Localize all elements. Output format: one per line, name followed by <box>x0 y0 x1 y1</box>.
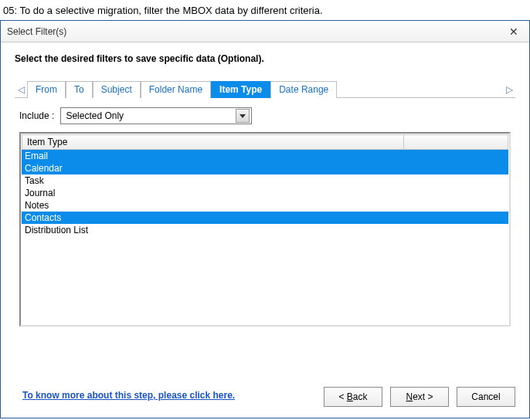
back-button[interactable]: < Back <box>324 387 382 407</box>
tab-scroll-left-icon[interactable]: ◁ <box>15 81 27 97</box>
cancel-button[interactable]: Cancel <box>457 387 515 407</box>
filter-tabs: ◁ From To Subject Folder Name Item Type … <box>15 81 515 98</box>
list-header-col-item-type[interactable]: Item Type <box>22 135 404 149</box>
tab-scroll-right-icon[interactable]: ▷ <box>503 81 515 97</box>
tab-to[interactable]: To <box>66 81 93 98</box>
titlebar: Select Filter(s) ✕ <box>1 21 529 42</box>
instruction-text: Select the desired filters to save speci… <box>15 53 515 64</box>
tab-from[interactable]: From <box>27 81 66 98</box>
include-dropdown-value: Selected Only <box>66 110 124 121</box>
close-icon[interactable]: ✕ <box>505 25 523 38</box>
list-item-email[interactable]: Email <box>22 150 508 162</box>
list-header[interactable]: Item Type <box>22 134 508 150</box>
help-link[interactable]: To know more about this step, please cli… <box>22 390 235 401</box>
include-dropdown[interactable]: Selected Only <box>60 107 252 124</box>
next-button[interactable]: Next > <box>390 387 449 407</box>
list-item-contacts[interactable]: Contacts <box>22 212 508 224</box>
item-type-list: Item Type Email Calendar Task Journal No… <box>19 132 511 327</box>
dialog-title: Select Filter(s) <box>7 26 66 37</box>
tab-folder-name[interactable]: Folder Name <box>141 81 211 98</box>
select-filters-dialog: Select Filter(s) ✕ Select the desired fi… <box>0 20 530 418</box>
tab-date-range[interactable]: Date Range <box>270 81 337 98</box>
include-label: Include : <box>19 110 54 121</box>
tab-item-type[interactable]: Item Type <box>211 81 270 98</box>
tab-subject[interactable]: Subject <box>93 81 141 98</box>
list-item-notes[interactable]: Notes <box>22 199 508 212</box>
chevron-down-icon[interactable] <box>236 109 250 123</box>
list-item-distribution-list[interactable]: Distribution List <box>22 224 508 236</box>
list-item-journal[interactable]: Journal <box>22 187 508 199</box>
list-item-calendar[interactable]: Calendar <box>22 162 508 174</box>
list-item-task[interactable]: Task <box>22 174 508 187</box>
